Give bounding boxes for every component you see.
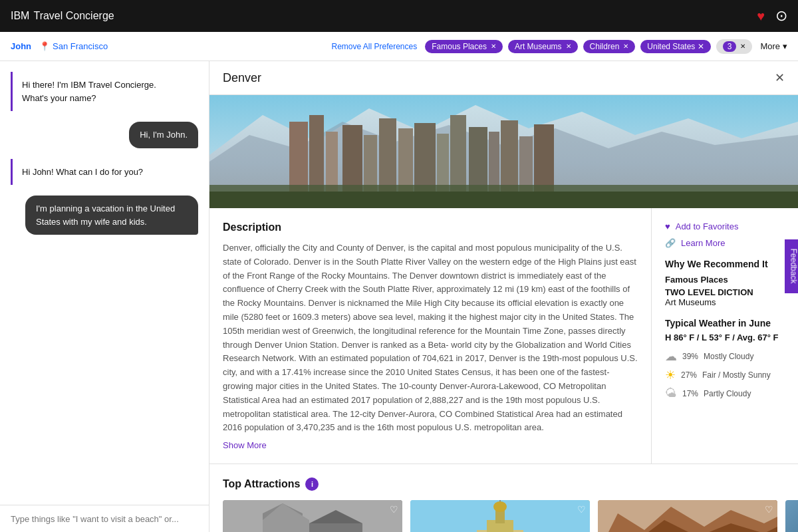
user-text: I'm planning a vacation in the United St… (36, 203, 175, 227)
add-favorites-label: Add to Favorites (676, 221, 739, 231)
detail-hero-image (209, 95, 798, 208)
app-header: IBM Travel Concierge ♥ ⊙ (0, 0, 798, 32)
chat-messages: Hi there! I'm IBM Travel Concierge. What… (0, 61, 209, 505)
more-label: More (760, 41, 780, 51)
tag-children[interactable]: Children ✕ (583, 40, 636, 53)
two-level-banner: TWO LEVEL DICTION (665, 287, 785, 297)
bot-text: Hi there! I'm IBM Travel Concierge. What… (22, 80, 156, 103)
user-bubble: Hi, I'm John. (129, 122, 198, 148)
user-location[interactable]: 📍 San Francisco (39, 41, 108, 51)
count-badge: 3 (723, 41, 737, 52)
close-button[interactable]: ✕ (775, 70, 785, 85)
link-icon: 🔗 (665, 238, 676, 248)
show-more-link[interactable]: Show More (223, 440, 267, 450)
weather-pct-partly: 17% (682, 389, 698, 398)
attraction-card-3[interactable]: ♡ (598, 500, 777, 532)
learn-more-link[interactable]: 🔗 Learn More (665, 238, 785, 248)
user-icon[interactable]: ⊙ (775, 7, 787, 25)
weather-label-partly: Partly Cloudy (704, 389, 751, 398)
rec-tag-museums: Art Museums (665, 297, 785, 307)
red-rocks-svg (598, 500, 777, 532)
detail-header: Denver ✕ (209, 61, 798, 95)
preference-tags: Famous Places ✕ Art Museums ✕ Children ✕… (425, 39, 752, 54)
pin-icon: 📍 (39, 41, 50, 51)
chat-input[interactable] (11, 514, 198, 524)
learn-more-label: Learn More (681, 238, 725, 248)
bot-message-2: Hi John! What can I do for you? (11, 159, 198, 186)
attraction-card-1[interactable]: ♡ (223, 500, 402, 532)
chat-input-area[interactable] (0, 505, 209, 532)
capitol-svg (410, 500, 590, 532)
user-message-1: Hi, I'm John. (11, 122, 198, 148)
weather-title: Typical Weather in June (665, 318, 785, 329)
weather-row-partly: 🌤 17% Partly Cloudy (665, 386, 785, 400)
feedback-button[interactable]: Feedback (785, 239, 798, 293)
add-to-favorites-link[interactable]: ♥ Add to Favorites (665, 221, 785, 231)
tag-close-icon[interactable]: ✕ (491, 43, 496, 50)
weather-pct-cloudy: 39% (682, 352, 698, 361)
weather-pct-sunny: 27% (681, 370, 697, 380)
tag-united-states[interactable]: United States ✕ (640, 40, 710, 53)
detail-panel: Denver ✕ (209, 61, 798, 532)
bot-message-1: Hi there! I'm IBM Travel Concierge. What… (11, 72, 198, 111)
sunny-icon: ☀ (665, 368, 676, 382)
tag-label: Art Museums (515, 42, 562, 51)
attractions-label: Top Attractions (223, 478, 300, 490)
feedback-label: Feedback (789, 249, 798, 284)
ibm-label: IBM (11, 10, 29, 22)
attraction-fav-icon-3[interactable]: ♡ (765, 504, 773, 515)
weather-temp: H 86° F / L 53° F / Avg. 67° F (665, 332, 785, 342)
attractions-grid: ♡ ♡ (223, 500, 785, 532)
detail-content: Description Denver, officially the City … (209, 208, 798, 464)
bot-bubble: Hi John! What can I do for you? (11, 159, 152, 186)
tag-close-icon[interactable]: ✕ (623, 43, 628, 50)
svg-rect-23 (309, 523, 362, 532)
attraction-image-4 (785, 500, 798, 532)
attractions-info-badge[interactable]: i (305, 477, 319, 491)
attraction-card-2[interactable]: ♡ (410, 500, 590, 532)
skyline-svg (209, 95, 798, 208)
bot-text: Hi John! What can I do for you? (22, 167, 143, 177)
remove-all-preferences[interactable]: Remove All Preferences (331, 42, 417, 51)
main-layout: Hi there! I'm IBM Travel Concierge. What… (0, 61, 798, 532)
attraction-fav-icon-1[interactable]: ♡ (390, 504, 398, 515)
tag-label: Famous Places (432, 42, 487, 51)
detail-title: Denver (223, 71, 261, 85)
brand-logo: IBM Travel Concierge (11, 10, 114, 22)
favorites-icon[interactable]: ♥ (757, 9, 765, 24)
weather-label-cloudy: Mostly Cloudy (704, 352, 753, 361)
chevron-down-icon: ▾ (783, 41, 787, 51)
attraction-image-1 (223, 500, 402, 532)
attraction-fav-icon-2[interactable]: ♡ (577, 504, 586, 515)
user-name[interactable]: John (11, 41, 31, 51)
tag-famous-places[interactable]: Famous Places ✕ (425, 40, 503, 53)
description-title: Description (223, 221, 638, 233)
tag-art-museums[interactable]: Art Museums ✕ (508, 40, 578, 53)
detail-main: Description Denver, officially the City … (209, 208, 652, 464)
why-recommend-title: Why We Recommend It (665, 259, 785, 269)
chat-panel: Hi there! I'm IBM Travel Concierge. What… (0, 61, 209, 532)
tag-label: Children (590, 42, 620, 51)
weather-row-cloudy: ☁ 39% Mostly Cloudy (665, 349, 785, 364)
preferences-bar: John 📍 San Francisco Remove All Preferen… (0, 32, 798, 61)
user-message-2: I'm planning a vacation in the United St… (11, 196, 198, 235)
attraction-image-2 (410, 500, 590, 532)
partly-cloudy-icon: 🌤 (665, 386, 677, 400)
svg-point-30 (493, 501, 507, 512)
tag-count[interactable]: 3 ✕ (716, 39, 753, 54)
user-bubble: I'm planning a vacation in the United St… (25, 196, 198, 235)
heart-icon: ♥ (665, 221, 670, 231)
attractions-section: Top Attractions i (209, 464, 798, 532)
count-close-icon[interactable]: ✕ (740, 43, 745, 50)
cloudy-icon: ☁ (665, 349, 677, 364)
description-text: Denver, officially the City and County o… (223, 241, 638, 435)
bot-bubble: Hi there! I'm IBM Travel Concierge. What… (11, 72, 170, 111)
attraction-card-4[interactable]: ♡ (785, 500, 798, 532)
app-name: Travel Concierge (33, 10, 114, 22)
weather-row-sunny: ☀ 27% Fair / Mostly Sunny (665, 368, 785, 382)
svg-rect-19 (209, 192, 798, 208)
tag-close-icon[interactable]: ✕ (566, 43, 571, 50)
more-button[interactable]: More ▾ (760, 41, 787, 51)
header-icons: ♥ ⊙ (757, 7, 787, 25)
art-museum-svg (223, 500, 402, 532)
